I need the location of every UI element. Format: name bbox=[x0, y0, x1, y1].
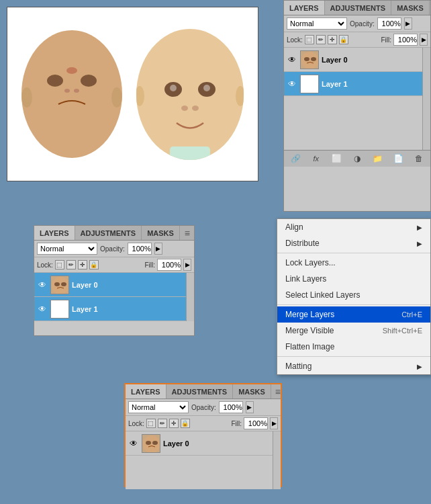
menu-item-select-linked[interactable]: Select Linked Layers bbox=[277, 287, 430, 303]
layers-content-small: 👁 Layer 0 👁 Layer 1 bbox=[34, 273, 194, 321]
layers-panel-main: LAYERS ADJUSTMENTS MASKS ≡ Normal Opacit… bbox=[283, 0, 431, 212]
eye-icon-1-main[interactable]: 👁 bbox=[287, 79, 297, 89]
blend-mode-select-main[interactable]: Normal bbox=[287, 17, 347, 30]
lock-transparent-bottom[interactable]: ⬚ bbox=[146, 419, 156, 428]
tab-adjustments-bottom[interactable]: ADJUSTMENTS bbox=[166, 384, 234, 398]
layer-thumb-0-small bbox=[50, 276, 69, 294]
tab-masks-bottom[interactable]: MASKS bbox=[233, 384, 271, 398]
menu-item-merge-visible[interactable]: Merge Visible Shift+Ctrl+E bbox=[277, 323, 430, 339]
tab-masks-main[interactable]: MASKS bbox=[391, 1, 430, 15]
layers-empty-main bbox=[284, 96, 422, 150]
tab-layers-small[interactable]: LAYERS bbox=[34, 226, 75, 240]
svg-point-18 bbox=[301, 52, 319, 69]
menu-item-align[interactable]: Align ▶ bbox=[277, 219, 430, 235]
opacity-arrow-small[interactable]: ▶ bbox=[154, 243, 162, 255]
eye-icon-0-small[interactable]: 👁 bbox=[37, 280, 48, 290]
menu-item-merge-layers[interactable]: Merge Layers Ctrl+E bbox=[277, 306, 430, 323]
menu-item-link-layers[interactable]: Link Layers bbox=[277, 271, 430, 287]
lock-paint-icon[interactable]: ✏ bbox=[316, 35, 326, 44]
lock-paint-bottom[interactable]: ✏ bbox=[158, 419, 167, 428]
layer-thumb-0-main bbox=[300, 50, 319, 69]
opacity-input-bottom[interactable] bbox=[219, 401, 243, 413]
layer-item-0-small[interactable]: 👁 Layer 0 bbox=[34, 273, 186, 297]
fill-input-small[interactable] bbox=[157, 259, 181, 271]
opacity-arrow-main[interactable]: ▶ bbox=[404, 17, 412, 30]
layer-item-1-small[interactable]: 👁 Layer 1 bbox=[34, 297, 186, 321]
tab-layers-bottom[interactable]: LAYERS bbox=[126, 384, 166, 398]
layers-content-main: 👁 Layer 0 👁 Layer 1 bbox=[284, 48, 430, 150]
layer-item-1-main[interactable]: 👁 Layer 1 bbox=[284, 72, 422, 96]
svg-point-22 bbox=[54, 282, 60, 286]
lock-all-bottom[interactable]: 🔒 bbox=[181, 419, 190, 428]
tab-masks-small[interactable]: MASKS bbox=[142, 226, 180, 240]
link-icon-btn[interactable]: 🔗 bbox=[289, 153, 302, 165]
svg-point-19 bbox=[304, 57, 309, 61]
lock-transparent-small[interactable]: ⬚ bbox=[55, 260, 64, 269]
layer-item-0-bottom[interactable]: 👁 Layer 0 bbox=[126, 431, 273, 456]
fill-arrow-main[interactable]: ▶ bbox=[420, 34, 428, 46]
separator-2 bbox=[277, 304, 430, 305]
menu-item-matting[interactable]: Matting ▶ bbox=[277, 358, 430, 374]
opacity-input-main[interactable] bbox=[377, 17, 401, 30]
svg-point-26 bbox=[152, 441, 158, 445]
fill-arrow-small[interactable]: ▶ bbox=[183, 259, 191, 271]
blend-mode-select-small[interactable]: Normal bbox=[37, 243, 97, 255]
svg-point-2 bbox=[81, 75, 97, 87]
face-right-svg bbox=[136, 29, 244, 160]
fx-icon-btn[interactable]: fx bbox=[309, 153, 323, 165]
panel-menu-small[interactable]: ≡ bbox=[181, 228, 194, 239]
lock-label-small: Lock: bbox=[37, 261, 53, 269]
tab-adjustments-small[interactable]: ADJUSTMENTS bbox=[75, 226, 142, 240]
svg-point-3 bbox=[66, 67, 77, 74]
menu-item-distribute[interactable]: Distribute ▶ bbox=[277, 235, 430, 251]
panel-tabs-bottom: LAYERS ADJUSTMENTS MASKS ≡ bbox=[126, 384, 281, 399]
group-icon-btn[interactable]: 📁 bbox=[371, 153, 385, 165]
face-left bbox=[21, 30, 122, 158]
menu-item-flatten[interactable]: Flatten Image bbox=[277, 339, 430, 355]
svg-point-13 bbox=[181, 106, 188, 111]
menu-item-lock-layers[interactable]: Lock Layers... bbox=[277, 255, 430, 271]
delete-layer-btn[interactable]: 🗑 bbox=[412, 153, 426, 165]
lock-paint-small[interactable]: ✏ bbox=[66, 260, 76, 269]
lock-all-small[interactable]: 🔒 bbox=[89, 260, 99, 269]
panel-menu-bottom[interactable]: ≡ bbox=[271, 386, 285, 397]
layers-empty-bottom bbox=[126, 456, 273, 489]
lock-move-bottom[interactable]: ✛ bbox=[169, 419, 179, 428]
lock-all-icon[interactable]: 🔒 bbox=[339, 35, 348, 44]
layer-name-0-small: Layer 0 bbox=[72, 281, 98, 289]
new-layer-btn[interactable]: 📄 bbox=[391, 153, 405, 165]
lock-move-icon[interactable]: ✛ bbox=[328, 35, 337, 44]
layers-list-bottom: 👁 Layer 0 bbox=[126, 431, 273, 489]
lock-transparent-icon[interactable]: ⬚ bbox=[305, 35, 314, 44]
merge-layers-shortcut: Ctrl+E bbox=[401, 310, 422, 319]
opacity-input-small[interactable] bbox=[128, 243, 152, 255]
tab-adjustments-main[interactable]: ADJUSTMENTS bbox=[325, 1, 392, 15]
panel-tabs-main: LAYERS ADJUSTMENTS MASKS ≡ bbox=[284, 1, 430, 15]
fill-arrow-bottom[interactable]: ▶ bbox=[270, 417, 278, 429]
layers-content-bottom: 👁 Layer 0 bbox=[126, 431, 281, 489]
eye-icon-0-bottom[interactable]: 👁 bbox=[128, 438, 139, 449]
svg-point-25 bbox=[146, 441, 151, 445]
fill-input-main[interactable] bbox=[393, 34, 418, 46]
mask-icon-btn[interactable]: ⬜ bbox=[330, 153, 343, 165]
layers-panel-small: LAYERS ADJUSTMENTS MASKS ≡ Normal Opacit… bbox=[34, 225, 195, 336]
fill-input-bottom[interactable] bbox=[244, 417, 268, 429]
svg-point-8 bbox=[138, 30, 242, 158]
canvas-area bbox=[7, 7, 258, 181]
separator-3 bbox=[277, 356, 430, 357]
layer-item-0-main[interactable]: 👁 Layer 0 bbox=[284, 48, 422, 72]
lock-row-small: Lock: ⬚ ✏ ✛ 🔒 Fill: ▶ bbox=[34, 257, 194, 273]
scrollbar-main[interactable] bbox=[422, 48, 430, 150]
eye-icon-1-small[interactable]: 👁 bbox=[37, 304, 48, 314]
blend-mode-select-bottom[interactable]: Normal bbox=[128, 401, 189, 413]
matting-arrow: ▶ bbox=[417, 363, 422, 370]
scrollbar-bottom[interactable] bbox=[273, 431, 281, 489]
tab-layers-main[interactable]: LAYERS bbox=[284, 1, 325, 15]
opacity-arrow-bottom[interactable]: ▶ bbox=[246, 401, 254, 413]
blend-row-small: Normal Opacity: ▶ bbox=[34, 241, 194, 257]
lock-move-small[interactable]: ✛ bbox=[78, 260, 87, 269]
adjustment-icon-btn[interactable]: ◑ bbox=[350, 153, 364, 165]
eye-icon-0-main[interactable]: 👁 bbox=[287, 54, 297, 65]
panel-tabs-small: LAYERS ADJUSTMENTS MASKS ≡ bbox=[34, 226, 194, 241]
scrollbar-small[interactable] bbox=[186, 273, 194, 321]
